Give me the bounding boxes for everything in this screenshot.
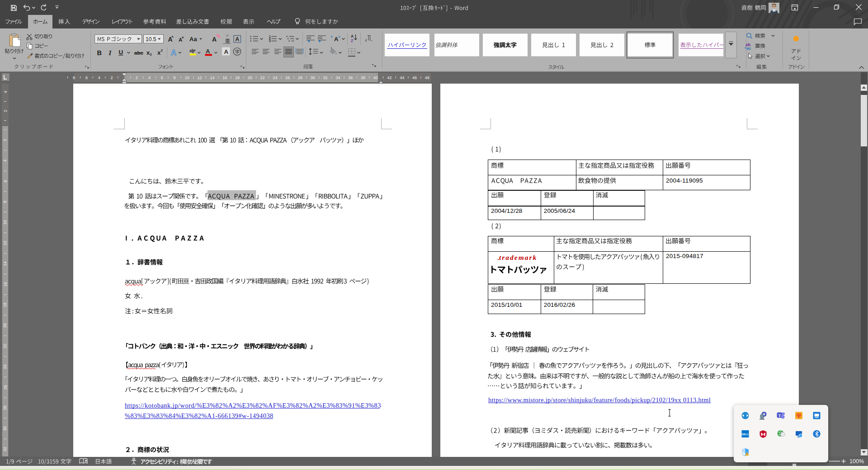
svg-text:A: A [171, 48, 176, 56]
svg-text:34: 34 [335, 75, 340, 80]
svg-text:U: U [119, 49, 123, 56]
svg-text:14: 14 [3, 261, 8, 266]
svg-text:30: 30 [3, 426, 8, 431]
svg-text:trademark: trademark [499, 254, 537, 261]
svg-text:16: 16 [222, 75, 227, 80]
svg-text:40: 40 [373, 75, 378, 80]
svg-text:Z: Z [351, 38, 353, 43]
svg-text:2005/06/24: 2005/06/24 [544, 207, 576, 214]
svg-text:2016/02/26: 2016/02/26 [544, 301, 576, 308]
svg-text:2015-094817: 2015-094817 [666, 253, 703, 259]
svg-text:20: 20 [3, 323, 8, 328]
svg-text:%83%E3%83%84%E3%82%A1-666139#w: %83%E3%83%84%E3%82%A1-666139#w-1494038 [125, 412, 274, 419]
svg-text:A: A [206, 48, 210, 55]
svg-text:2004/12/28: 2004/12/28 [491, 207, 523, 214]
svg-text:32: 32 [3, 447, 8, 451]
svg-text:28: 28 [298, 75, 302, 80]
svg-text:Aa: Aa [189, 36, 197, 42]
svg-text:42: 42 [387, 75, 392, 80]
svg-text:46: 46 [412, 75, 417, 80]
svg-text:36: 36 [348, 75, 353, 80]
svg-text:6: 6 [85, 75, 88, 80]
svg-text:26: 26 [3, 385, 8, 390]
svg-text:4: 4 [3, 160, 8, 162]
svg-text:2004-119095: 2004-119095 [666, 177, 703, 184]
svg-text:2: 2 [136, 75, 138, 80]
svg-text:B: B [97, 49, 102, 56]
svg-text:I: I [108, 49, 112, 56]
svg-text:A: A [351, 34, 354, 38]
svg-text:ac: ac [746, 46, 751, 51]
svg-text:6: 6 [161, 75, 163, 80]
svg-text:A: A [179, 37, 182, 42]
svg-text:https://www.mistore.jp/store/s: https://www.mistore.jp/store/shinjuku/fe… [488, 396, 711, 404]
svg-text:4: 4 [3, 91, 8, 93]
svg-text:100%: 100% [849, 458, 864, 465]
svg-text:18: 18 [3, 303, 8, 307]
svg-text:32: 32 [323, 75, 328, 80]
svg-text:2: 2 [3, 110, 8, 112]
svg-text:A: A [212, 36, 217, 43]
svg-text:48: 48 [425, 75, 429, 80]
svg-text:2: 2 [110, 75, 113, 80]
svg-text:2: 2 [150, 52, 152, 56]
svg-text:44: 44 [400, 75, 404, 80]
svg-text:10: 10 [185, 75, 189, 80]
svg-text:10: 10 [3, 220, 8, 225]
svg-text:24: 24 [3, 364, 8, 369]
svg-text:8: 8 [73, 75, 75, 80]
svg-text:A: A [334, 36, 339, 42]
svg-text:https://kotobank.jp/word/%E3%8: https://kotobank.jp/word/%E3%82%A2%E3%82… [125, 402, 381, 409]
svg-text:14: 14 [210, 75, 214, 80]
svg-text:4: 4 [148, 75, 151, 80]
svg-text:38: 38 [361, 75, 365, 80]
svg-text:22: 22 [3, 344, 8, 348]
svg-text:10.5: 10.5 [146, 36, 156, 42]
svg-text:2: 2 [3, 139, 8, 141]
svg-text:A: A [236, 36, 240, 42]
svg-text:28: 28 [3, 406, 8, 410]
svg-text:6: 6 [3, 180, 8, 182]
svg-text:22: 22 [260, 75, 265, 80]
svg-text:A: A [224, 48, 229, 55]
svg-text:2015/10/01: 2015/10/01 [491, 301, 523, 308]
svg-text:4: 4 [98, 75, 100, 80]
svg-text:12: 12 [3, 241, 8, 245]
svg-text:8: 8 [3, 201, 8, 203]
svg-text:18: 18 [235, 75, 240, 80]
svg-text:3: 3 [269, 39, 271, 42]
svg-text:20: 20 [248, 75, 252, 80]
svg-text:26: 26 [285, 75, 290, 80]
svg-text:30: 30 [311, 75, 315, 80]
svg-text:24: 24 [273, 75, 277, 80]
svg-text:12: 12 [198, 75, 202, 80]
svg-text:2: 2 [161, 48, 163, 52]
svg-text:abc: abc [134, 50, 143, 56]
svg-text:8: 8 [173, 75, 175, 80]
svg-text:16: 16 [3, 282, 8, 287]
